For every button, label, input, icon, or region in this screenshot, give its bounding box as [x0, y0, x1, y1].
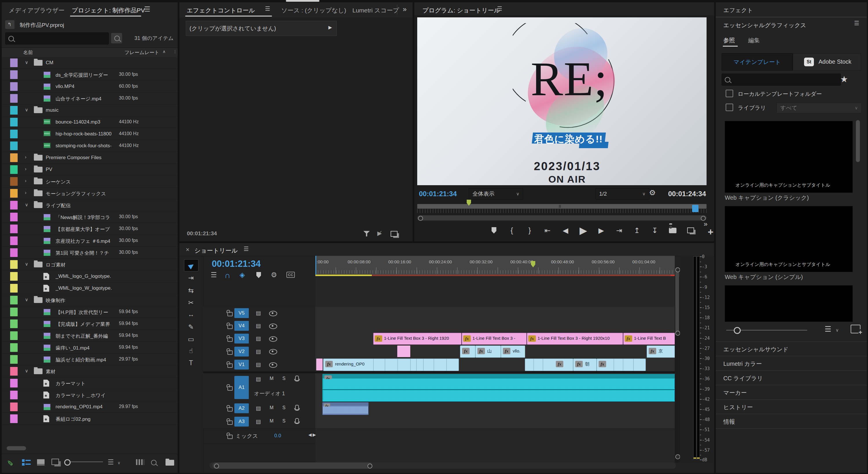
label-color-chip[interactable] [10, 213, 18, 221]
fx-badge[interactable]: fx [463, 335, 471, 342]
clip-name[interactable]: 「News解説！3学部コラ [56, 214, 110, 221]
freeform-view-button[interactable] [52, 459, 59, 465]
project-row[interactable]: カラーマット＿ホワイ [2, 389, 178, 401]
label-color-chip[interactable] [10, 106, 18, 115]
collapsed-panel-4[interactable]: マーカー [716, 385, 867, 399]
label-color-chip[interactable] [10, 153, 18, 162]
step-back-button[interactable]: ◀ [560, 225, 571, 236]
list-view-button[interactable] [22, 459, 31, 466]
my-templates-button[interactable]: マイテンプレート [722, 53, 793, 70]
panel-menu-icon[interactable]: ☰ [144, 6, 151, 13]
icon-view-button[interactable] [37, 459, 44, 466]
toggle-track-output-icon[interactable] [269, 336, 277, 342]
hscroll-right-grip[interactable] [368, 464, 372, 469]
clip-name[interactable]: 京産現社カフェ ＃6.mp4 [56, 238, 110, 244]
video-clip[interactable]: fxvllo. [501, 346, 525, 358]
label-color-chip[interactable] [10, 177, 18, 186]
project-row[interactable]: ›シーケンス [2, 176, 178, 187]
type-tool[interactable]: T [184, 357, 198, 369]
adobe-stock-button[interactable]: St Adobe Stock [793, 53, 861, 70]
effects-panel-header[interactable]: エフェクト [723, 6, 753, 14]
zoom-slider-knob[interactable] [734, 327, 741, 334]
clip-name[interactable]: _WML_logo_W_logotype. [56, 285, 112, 291]
voiceover-record-icon[interactable] [295, 405, 299, 410]
track-header-v2[interactable]: V2▤ [203, 345, 315, 358]
program-current-time[interactable]: 00:01:21:34 [419, 190, 457, 198]
clip-name[interactable]: ds_全学応援団リーダー [56, 72, 108, 79]
mix-track-row[interactable]: ミックス 0.0 ◄► [203, 428, 315, 444]
clip-name[interactable]: 脇浜ゼミ紹介動画.mp4 [56, 357, 106, 363]
track-target-v4[interactable]: V4 [235, 321, 249, 331]
add-marker-button[interactable] [488, 225, 500, 236]
step-forward-button[interactable]: ▶ [595, 225, 607, 236]
view-options-chevron-icon[interactable]: ∨ [836, 328, 839, 333]
mute-button[interactable]: M [270, 405, 273, 410]
template-thumbnail[interactable] [725, 285, 852, 322]
tab-media-browser[interactable]: メディアブラウザー [9, 6, 64, 14]
label-color-chip[interactable] [10, 343, 18, 352]
add-marker-button[interactable] [256, 272, 261, 278]
label-color-chip[interactable] [10, 296, 18, 304]
slip-tool[interactable]: ↔ [184, 308, 198, 320]
rectangle-tool[interactable]: ▭ [184, 333, 198, 345]
track-target-v1[interactable]: V1 [235, 360, 249, 369]
hand-tool[interactable]: ☝ [184, 345, 198, 357]
writable-indicator-icon[interactable]: ✎ [7, 458, 13, 467]
fit-dropdown[interactable]: 全体表示∨ [469, 188, 523, 200]
project-row[interactable]: ∨ロゴ素材 [2, 259, 178, 271]
chevron-down-icon[interactable]: ∨ [25, 297, 28, 302]
essential-graphics-menu-icon[interactable]: ☰ [854, 20, 859, 26]
label-color-chip[interactable] [10, 201, 18, 209]
fx-badge[interactable]: fx [477, 348, 485, 354]
timeline-ruler[interactable]: :00:0000:00:08:0000:00:16:0000:00:24:000… [315, 256, 675, 276]
project-row[interactable]: ›モーショングラフィックス [2, 187, 178, 199]
fx-badge[interactable]: fx [375, 335, 382, 342]
mini-timeline-center-grip[interactable] [559, 205, 561, 208]
track-header-a1[interactable]: A1▤MSオーディオ 1 [203, 373, 315, 402]
automate-to-sequence-button[interactable] [136, 459, 144, 465]
audio-track-name[interactable]: オーディオ 1 [254, 390, 285, 397]
source-patch-icon[interactable]: ▤ [256, 336, 261, 341]
bin-name[interactable]: シーケンス [46, 179, 71, 185]
bin-name[interactable]: CM [46, 60, 53, 66]
collapsed-panel-3[interactable]: CC ライブラリ [716, 371, 867, 385]
label-color-chip[interactable] [10, 82, 18, 91]
clip-name[interactable]: 歯痒い_01.mp4 [56, 345, 90, 351]
effect-controls-timecode[interactable]: 00:01:21:34 [187, 230, 217, 237]
clip-name[interactable]: 【京都産業大学】オープ [56, 226, 110, 233]
collapsed-panel-5[interactable]: ヒストリー [716, 399, 867, 414]
project-row[interactable]: 京産現社カフェ ＃6.mp430.00 fps [2, 235, 178, 247]
effect-controls-menu-icon[interactable]: ☰ [265, 6, 270, 11]
label-color-chip[interactable] [10, 391, 18, 399]
bin-name[interactable]: Premiere Composer Files [46, 155, 101, 160]
project-row[interactable]: _WML_logo_W_logotype. [2, 283, 178, 294]
chevron-down-icon[interactable]: ∨ [25, 107, 28, 113]
program-mini-timeline[interactable] [417, 204, 707, 209]
snap-button[interactable]: ∩ [224, 271, 230, 280]
new-layout-icon[interactable]: + [850, 325, 861, 333]
add-panel-button[interactable]: + [708, 226, 713, 238]
video-clip[interactable]: fx朝 [573, 359, 597, 371]
text-clip[interactable]: fx1-Line Fill Text B [623, 333, 675, 345]
timeline-close-icon[interactable]: × [186, 246, 189, 254]
label-color-chip[interactable] [10, 142, 18, 150]
label-color-chip[interactable] [10, 236, 18, 245]
tab-browse[interactable]: 参照 [723, 36, 735, 44]
project-row[interactable]: 歯痒い_01.mp459.94 fps [2, 342, 178, 354]
project-row[interactable]: 【H.P用】次世代型リー59.94 fps [2, 306, 178, 318]
track-header-a3[interactable]: A3▤MS [203, 415, 315, 428]
lock-icon[interactable] [227, 348, 232, 355]
tab-program-monitor[interactable]: プログラム: ショートリール [423, 6, 500, 14]
timeline-hscrollbar-thumb[interactable] [213, 463, 372, 469]
project-row[interactable]: 番組ロゴ02.png [2, 413, 178, 425]
template-scrollbar[interactable] [856, 120, 860, 162]
clip-name[interactable]: _WML_logo_G_logotype. [56, 273, 111, 279]
find-button[interactable] [151, 460, 157, 465]
project-row[interactable]: ∨CM [2, 57, 178, 69]
audio-clip-a2[interactable]: fx [322, 402, 369, 415]
vscroll-bottom-grip[interactable] [675, 331, 680, 336]
label-color-chip[interactable] [10, 320, 18, 328]
project-row[interactable]: ds_全学応援団リーダー30.00 fps [2, 69, 178, 81]
bin-name[interactable]: music [46, 107, 58, 113]
tab-lumetri-scopes[interactable]: Lumetri スコープ [352, 6, 399, 14]
